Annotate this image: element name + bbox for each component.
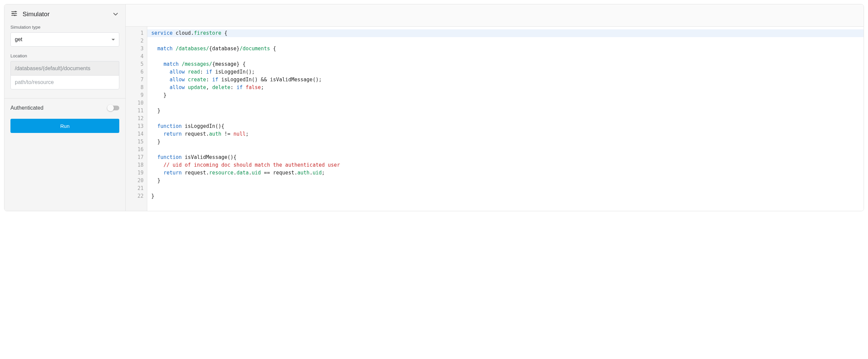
line-number: 5 xyxy=(129,60,144,68)
authenticated-row: Authenticated xyxy=(4,99,125,111)
code-line: match /databases/{database}/documents { xyxy=(151,45,860,53)
line-number: 8 xyxy=(129,84,144,91)
code-line: allow update, delete: if false; xyxy=(151,84,860,91)
editor-body: 12345678910111213141516171819202122 serv… xyxy=(126,27,864,211)
line-number: 21 xyxy=(129,185,144,192)
code-line: function isLoggedIn(){ xyxy=(151,122,860,130)
location-label: Location xyxy=(10,53,119,58)
simulation-type-value: get xyxy=(15,36,22,43)
code-line: // uid of incoming doc should match the … xyxy=(151,161,860,169)
line-number: 9 xyxy=(129,91,144,99)
line-number: 17 xyxy=(129,154,144,161)
svg-rect-5 xyxy=(14,15,16,16)
toggle-knob xyxy=(107,105,114,111)
simulator-header[interactable]: Simulator xyxy=(4,4,125,23)
line-number: 7 xyxy=(129,76,144,84)
svg-rect-4 xyxy=(12,13,14,14)
code-line xyxy=(151,99,860,107)
code-line: } xyxy=(151,91,860,99)
location-input[interactable] xyxy=(10,75,119,89)
code-line xyxy=(151,185,860,192)
code-line xyxy=(151,146,860,154)
line-number: 4 xyxy=(129,53,144,60)
editor-toolbar xyxy=(126,4,864,27)
code-line xyxy=(151,53,860,60)
line-number: 16 xyxy=(129,146,144,154)
line-number: 13 xyxy=(129,122,144,130)
code-line: match /messages/{message} { xyxy=(151,60,860,68)
code-line: return request.auth != null; xyxy=(151,130,860,138)
code-line: } xyxy=(151,107,860,115)
line-number: 1 xyxy=(129,29,144,37)
line-number: 10 xyxy=(129,99,144,107)
line-number: 18 xyxy=(129,161,144,169)
code-line: } xyxy=(151,138,860,146)
line-number: 12 xyxy=(129,115,144,122)
line-number: 19 xyxy=(129,169,144,177)
code-line xyxy=(151,115,860,122)
code-line: service cloud.firestore { xyxy=(147,29,864,37)
line-number: 15 xyxy=(129,138,144,146)
code-line xyxy=(151,37,860,45)
code-line: } xyxy=(151,177,860,185)
line-number: 2 xyxy=(129,37,144,45)
app-root: Simulator Simulation type get Location /… xyxy=(4,4,864,211)
simulation-type-label: Simulation type xyxy=(10,25,119,30)
svg-rect-3 xyxy=(15,11,16,12)
authenticated-toggle[interactable] xyxy=(107,105,119,111)
code-line: return request.resource.data.uid == requ… xyxy=(151,169,860,177)
run-section: Run xyxy=(4,111,125,140)
code-line: function isValidMessage(){ xyxy=(151,154,860,161)
dropdown-triangle-icon xyxy=(112,39,115,40)
tune-icon xyxy=(10,10,18,19)
line-number: 20 xyxy=(129,177,144,185)
line-number-gutter: 12345678910111213141516171819202122 xyxy=(126,27,147,211)
run-button[interactable]: Run xyxy=(10,119,119,133)
simulator-sidebar: Simulator Simulation type get Location /… xyxy=(4,4,126,211)
code-line: allow read: if isLoggedIn(); xyxy=(151,68,860,76)
authenticated-label: Authenticated xyxy=(10,105,43,111)
simulation-type-select[interactable]: get xyxy=(10,32,119,47)
simulation-type-section: Simulation type get xyxy=(4,23,125,52)
editor-area: 12345678910111213141516171819202122 serv… xyxy=(126,4,864,211)
chevron-down-icon xyxy=(112,10,119,18)
code-line: allow create: if isLoggedIn() && isValid… xyxy=(151,76,860,84)
location-section: Location /databases/(default)/documents xyxy=(4,52,125,95)
line-number: 14 xyxy=(129,130,144,138)
line-number: 6 xyxy=(129,68,144,76)
location-prefix: /databases/(default)/documents xyxy=(10,61,119,75)
simulator-title: Simulator xyxy=(23,10,107,18)
code-editor[interactable]: service cloud.firestore { match /databas… xyxy=(147,27,864,211)
line-number: 11 xyxy=(129,107,144,115)
line-number: 22 xyxy=(129,192,144,200)
line-number: 3 xyxy=(129,45,144,53)
code-line: } xyxy=(151,192,860,200)
